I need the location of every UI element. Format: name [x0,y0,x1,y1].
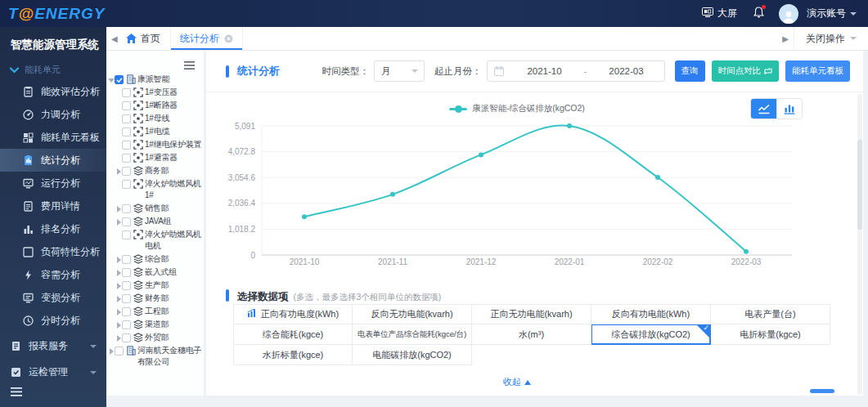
tree-checkbox[interactable] [122,88,131,97]
tab-home[interactable]: 首页 [123,27,170,50]
tree-node-17[interactable]: 渠道部 [115,318,204,331]
tree-checkbox[interactable] [122,217,131,226]
tree-checkbox[interactable] [122,294,131,303]
data-item-cell[interactable]: 水折标量(kgce) [233,345,353,365]
data-item-cell[interactable]: 综合碳排放(kgCO2)✓ [591,324,711,345]
tree-checkbox[interactable] [122,101,131,110]
tree-caret[interactable] [115,296,122,302]
collapse-link[interactable]: 收起 [206,376,828,388]
data-item-cell[interactable]: 电折标量(kgce) [711,324,830,345]
data-item-cell[interactable]: 反向有功电能(kWh) [591,304,711,324]
tree-checkbox[interactable] [122,127,131,136]
close-icon[interactable] [224,34,233,43]
tree-caret[interactable] [115,322,122,329]
sidebar-item-4[interactable]: 运行分析 [0,172,106,195]
tree-node-19[interactable]: 河南航天金穗电子有限公司 [108,344,204,369]
data-item-cell[interactable]: 综合能耗(kgce) [233,324,353,345]
sidebar-top-item-1[interactable]: 运检管理 [0,360,106,384]
tab-statistics[interactable]: 统计分析 [170,27,243,50]
data-item-cell[interactable]: 水(m³) [472,324,591,345]
tree-node-1[interactable]: 1#变压器 [115,86,204,99]
tree-checkbox[interactable] [122,281,131,290]
tree-caret[interactable] [115,309,122,315]
tree-caret[interactable] [108,77,115,83]
range-start-value[interactable]: 2021-10 [507,66,582,76]
energy-unit-board-button[interactable]: 能耗单元看板 [785,60,850,82]
line-chart-toggle[interactable] [751,99,776,119]
sidebar-top-item-0[interactable]: 报表服务 [0,334,106,358]
tree-caret[interactable] [108,348,115,355]
tree-checkbox[interactable] [122,333,131,342]
tree-caret[interactable] [115,168,122,175]
sidebar-item-5[interactable]: 费用详情 [0,195,106,217]
notification-bell[interactable] [753,7,764,20]
tree-checkbox[interactable] [122,180,131,189]
tree-checkbox[interactable] [122,141,131,150]
tree-node-6[interactable]: 1#避雷器 [115,151,204,164]
tree-checkbox[interactable] [122,204,131,213]
tree-node-9[interactable]: 销售部 [115,202,204,215]
tree-node-15[interactable]: 财务部 [115,292,204,305]
sidebar-item-6[interactable]: 排名分析 [0,217,106,240]
tree-caret[interactable] [115,257,122,263]
sidebar-group-energy-unit[interactable]: 能耗单元 [10,64,106,76]
time-type-select[interactable]: 月 [374,60,425,82]
tree-caret[interactable] [115,270,122,276]
vertical-scrollbar[interactable] [857,94,862,395]
sidebar-collapse-button[interactable] [11,385,22,400]
vertical-scrollbar-thumb[interactable] [857,140,862,230]
query-button[interactable]: 查询 [675,60,705,82]
tree-node-8[interactable]: 淬火炉助燃风机1# [115,177,204,202]
sidebar-item-0[interactable]: 能效评估分析 [0,80,106,103]
data-item-cell[interactable]: 电表产量(台) [711,304,830,324]
tree-menu-icon[interactable] [184,58,195,73]
tree-node-11[interactable]: 淬火炉助燃风机电机 [115,228,204,253]
bar-chart-toggle[interactable] [776,99,802,119]
tree-checkbox[interactable] [115,75,124,84]
sidebar-item-1[interactable]: 力调分析 [0,103,106,126]
tree-node-18[interactable]: 外贸部 [115,331,204,344]
tree-checkbox[interactable] [122,255,131,264]
sidebar-item-9[interactable]: 变损分析 [0,286,106,309]
tree-checkbox[interactable] [122,268,131,277]
tree-node-0[interactable]: 康派智能 [108,73,204,86]
tree-caret[interactable] [115,206,122,212]
data-item-cell[interactable]: 正向有功电度(kWh) [233,304,353,324]
tree-node-16[interactable]: 工程部 [115,305,204,318]
sidebar-item-3[interactable]: 统计分析 [0,149,106,172]
sidebar-item-10[interactable]: 分时分析 [0,309,106,332]
tree-node-7[interactable]: 商务部 [115,164,204,177]
tree-node-2[interactable]: 1#断路器 [115,99,204,112]
sidebar-item-2[interactable]: 能耗单元看板 [0,126,106,149]
tree-node-12[interactable]: 综合部 [115,253,204,266]
tree-checkbox[interactable] [122,307,131,316]
tree-checkbox[interactable] [122,230,131,239]
tree-node-10[interactable]: JAVA组 [115,215,204,228]
data-item-cell[interactable]: 电能碳排放(kgCO2) [353,345,472,365]
tree-caret[interactable] [115,219,122,226]
tree-checkbox[interactable] [122,154,131,163]
sidebar-item-8[interactable]: 容需分析 [0,263,106,286]
tree-node-13[interactable]: 嵌入式组 [115,266,204,279]
chart-legend[interactable]: 康派智能-综合碳排放(kgCO2) [206,103,828,114]
tree-node-5[interactable]: 1#继电保护装置 [115,138,204,151]
tree-node-14[interactable]: 生产部 [115,279,204,292]
tabs-scroll-left[interactable]: ◀ [106,34,123,43]
tree-node-3[interactable]: 1#母线 [115,112,204,125]
range-end-value[interactable]: 2022-03 [588,66,663,76]
tree-checkbox[interactable] [122,167,131,176]
time-compare-button[interactable]: 时间点对比 [712,60,780,82]
tree-checkbox[interactable] [115,347,124,356]
big-screen-button[interactable]: 大屏 [702,7,737,20]
data-item-cell[interactable]: 反向无功电能(kvarh) [353,304,472,324]
tree-checkbox[interactable] [122,320,131,329]
tree-checkbox[interactable] [122,114,131,123]
close-operations-menu[interactable]: 关闭操作 [794,27,868,50]
tabs-scroll-right[interactable]: ▶ [777,34,794,43]
tree-caret[interactable] [115,335,122,342]
tree-node-4[interactable]: 1#电缆 [115,125,204,138]
account-menu[interactable]: 演示账号 [807,7,857,20]
data-item-cell[interactable]: 电表单位产品综合能耗(kgce/台) [353,324,472,345]
tree-caret[interactable] [115,283,122,289]
month-range-input[interactable]: 2021-10 - 2022-03 [487,60,665,82]
